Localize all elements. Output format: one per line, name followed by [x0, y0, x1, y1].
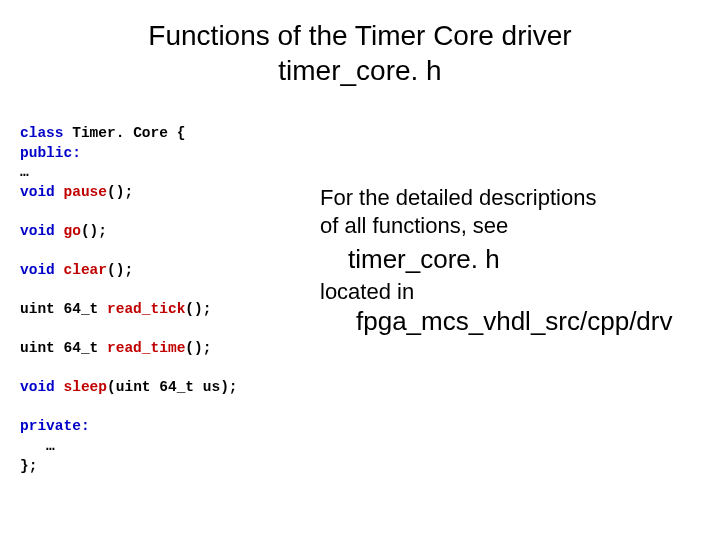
- code-column: class Timer. Core { public: … void pause…: [20, 116, 320, 476]
- type-uint64: uint 64_t: [20, 340, 107, 356]
- punc: ();: [107, 262, 133, 278]
- punc: );: [220, 379, 237, 395]
- arg-type-uint64: uint 64_t: [116, 379, 203, 395]
- title-line1: Functions of the Timer Core driver: [20, 18, 700, 53]
- description-line: For the detailed descriptions: [320, 184, 700, 212]
- paren-open: (: [107, 379, 116, 395]
- fn-sleep: sleep: [64, 379, 108, 395]
- description-line: of all functions, see: [320, 212, 700, 240]
- brace-open: {: [177, 125, 186, 141]
- keyword-class: class: [20, 125, 72, 141]
- punc: ();: [107, 184, 133, 200]
- keyword-void: void: [20, 262, 64, 278]
- keyword-public: public:: [20, 145, 81, 161]
- code-block: class Timer. Core { public: … void pause…: [20, 124, 320, 476]
- fn-read-time: read_time: [107, 340, 185, 356]
- type-uint64: uint 64_t: [20, 301, 107, 317]
- brace-close: };: [20, 458, 37, 474]
- description-path: fpga_mcs_vhdl_src/cpp/drv: [320, 305, 700, 338]
- ellipsis-private: …: [20, 438, 55, 454]
- fn-read-tick: read_tick: [107, 301, 185, 317]
- description-filename: timer_core. h: [320, 243, 700, 276]
- content-columns: class Timer. Core { public: … void pause…: [20, 116, 700, 476]
- fn-go: go: [64, 223, 81, 239]
- keyword-void: void: [20, 223, 64, 239]
- punc: ();: [81, 223, 107, 239]
- keyword-void: void: [20, 184, 64, 200]
- description-located-in: located in: [320, 278, 700, 306]
- punc: ();: [185, 340, 211, 356]
- fn-pause: pause: [64, 184, 108, 200]
- arg-us: us: [203, 379, 220, 395]
- keyword-void: void: [20, 379, 64, 395]
- title-block: Functions of the Timer Core driver timer…: [20, 18, 700, 88]
- ellipsis-public: …: [20, 164, 29, 180]
- description-column: For the detailed descriptions of all fun…: [320, 116, 700, 476]
- title-line2: timer_core. h: [20, 53, 700, 88]
- keyword-private: private:: [20, 418, 90, 434]
- fn-clear: clear: [64, 262, 108, 278]
- class-name: Timer. Core: [72, 125, 176, 141]
- slide: Functions of the Timer Core driver timer…: [0, 0, 720, 540]
- punc: ();: [185, 301, 211, 317]
